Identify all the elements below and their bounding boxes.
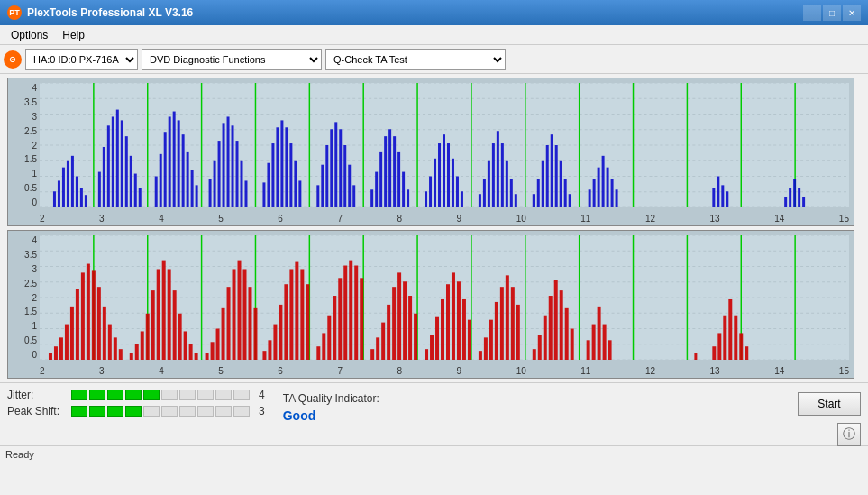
function-select[interactable]: DVD Diagnostic Functions — [142, 49, 322, 70]
svg-rect-117 — [602, 156, 605, 207]
svg-rect-176 — [178, 314, 182, 360]
svg-rect-190 — [262, 351, 266, 360]
svg-rect-217 — [425, 349, 428, 360]
svg-rect-98 — [488, 161, 490, 207]
svg-rect-41 — [155, 177, 158, 208]
jitter-seg-10 — [233, 390, 250, 400]
svg-rect-25 — [62, 168, 65, 207]
svg-rect-36 — [121, 120, 123, 207]
svg-rect-33 — [107, 125, 110, 207]
menu-options[interactable]: Options — [4, 27, 55, 43]
svg-rect-172 — [157, 269, 160, 360]
svg-rect-222 — [452, 272, 455, 360]
svg-rect-99 — [492, 143, 495, 207]
svg-rect-219 — [435, 317, 439, 360]
svg-rect-106 — [537, 179, 540, 207]
svg-rect-232 — [511, 287, 515, 360]
info-button[interactable]: ⓘ — [837, 423, 861, 446]
svg-rect-111 — [560, 161, 562, 207]
window-title: PlexTools Professional XL V3.16 — [27, 6, 193, 19]
svg-rect-192 — [273, 325, 277, 360]
svg-rect-94 — [456, 177, 459, 208]
menu-help[interactable]: Help — [55, 27, 92, 43]
svg-rect-114 — [589, 189, 591, 207]
jitter-label: Jitter: — [7, 389, 66, 401]
svg-rect-235 — [538, 335, 542, 360]
start-button[interactable]: Start — [798, 392, 861, 416]
svg-rect-64 — [280, 120, 283, 207]
svg-rect-168 — [135, 344, 139, 360]
top-chart-x-axis: 23456 7891011 12131415 — [40, 214, 849, 224]
svg-rect-226 — [479, 351, 482, 360]
svg-rect-52 — [214, 161, 216, 207]
svg-rect-178 — [189, 344, 193, 360]
svg-rect-171 — [151, 290, 155, 360]
svg-rect-252 — [734, 316, 737, 360]
svg-rect-109 — [551, 134, 553, 207]
svg-rect-123 — [721, 185, 724, 207]
jitter-seg-3 — [107, 390, 123, 400]
svg-rect-81 — [384, 136, 387, 207]
svg-rect-61 — [267, 163, 270, 207]
svg-rect-26 — [67, 161, 69, 207]
svg-rect-244 — [598, 307, 601, 360]
svg-rect-39 — [134, 174, 137, 207]
svg-rect-183 — [222, 308, 225, 360]
svg-rect-82 — [388, 129, 391, 207]
svg-rect-237 — [549, 296, 553, 360]
svg-rect-28 — [76, 177, 78, 208]
svg-rect-201 — [327, 316, 331, 360]
svg-rect-43 — [164, 132, 167, 207]
svg-rect-187 — [242, 269, 246, 360]
svg-rect-166 — [119, 349, 123, 360]
svg-rect-223 — [457, 281, 461, 360]
svg-rect-165 — [114, 337, 117, 360]
minimize-button[interactable]: — — [803, 5, 821, 21]
svg-rect-239 — [560, 290, 563, 360]
ps-seg-7 — [179, 406, 196, 417]
svg-rect-247 — [694, 353, 697, 360]
svg-rect-59 — [244, 180, 247, 207]
svg-rect-40 — [139, 188, 142, 207]
svg-rect-250 — [723, 316, 726, 360]
status-bar: Ready — [0, 445, 868, 462]
svg-rect-30 — [85, 195, 87, 207]
svg-rect-74 — [339, 129, 342, 207]
svg-rect-23 — [53, 191, 56, 207]
svg-rect-65 — [285, 127, 288, 207]
svg-rect-93 — [452, 159, 454, 207]
ta-quality-value: Good — [283, 408, 316, 423]
device-select[interactable]: HA:0 ID:0 PX-716A — [25, 49, 138, 70]
ps-seg-8 — [197, 406, 214, 417]
test-select[interactable]: Q-Check TA Test — [325, 49, 506, 70]
svg-rect-159 — [81, 272, 85, 360]
svg-rect-57 — [236, 141, 239, 207]
svg-rect-62 — [271, 143, 274, 207]
jitter-seg-5 — [143, 390, 160, 400]
svg-rect-221 — [446, 284, 450, 360]
svg-rect-249 — [717, 333, 721, 360]
svg-rect-72 — [330, 129, 333, 207]
svg-rect-116 — [598, 168, 600, 207]
svg-rect-85 — [402, 172, 405, 207]
svg-rect-185 — [233, 269, 236, 360]
svg-rect-122 — [717, 177, 719, 208]
status-text: Ready — [5, 449, 34, 460]
svg-rect-24 — [58, 180, 60, 207]
ps-seg-10 — [233, 406, 250, 417]
svg-rect-169 — [141, 331, 144, 360]
bottom-chart: 4 3.5 3 2.5 2 1.5 1 0.5 0 — [7, 230, 854, 379]
maximize-button[interactable]: □ — [823, 5, 841, 21]
ps-seg-2 — [89, 406, 105, 417]
close-button[interactable]: ✕ — [843, 5, 861, 21]
svg-rect-170 — [146, 314, 150, 360]
svg-rect-164 — [108, 325, 112, 360]
svg-rect-112 — [564, 179, 567, 207]
svg-rect-156 — [65, 325, 69, 360]
svg-rect-56 — [232, 125, 234, 207]
svg-rect-90 — [438, 143, 441, 207]
svg-rect-48 — [187, 152, 189, 207]
svg-rect-104 — [515, 194, 517, 207]
svg-rect-101 — [501, 143, 504, 207]
svg-rect-49 — [191, 170, 194, 207]
